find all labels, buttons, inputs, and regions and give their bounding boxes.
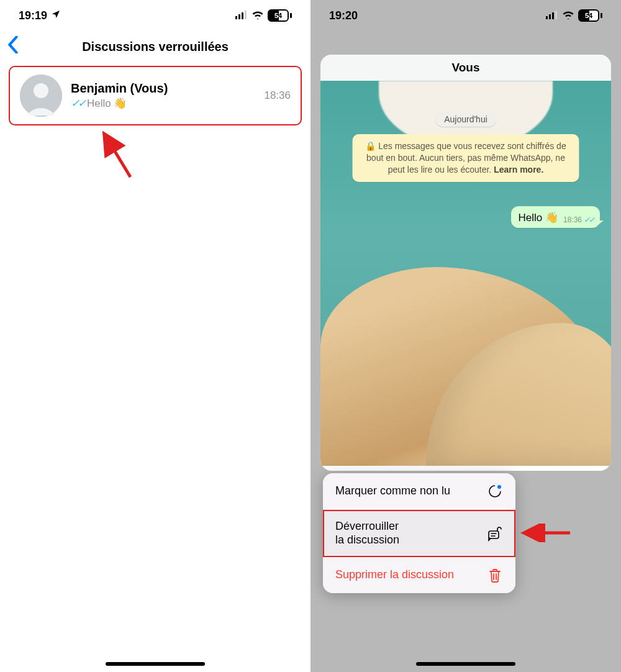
context-menu: Marquer comme non lu Déverrouiller la di… — [323, 473, 515, 593]
menu-label-line1: Déverrouiller — [335, 520, 399, 532]
annotation-arrow-icon — [93, 127, 143, 183]
encryption-learn-more[interactable]: Learn more. — [494, 165, 543, 175]
cellular-icon — [546, 9, 558, 22]
svg-rect-0 — [235, 16, 237, 19]
menu-delete-chat[interactable]: Supprimer la discussion — [323, 557, 515, 593]
message-time: 18:36 — [563, 216, 582, 224]
svg-rect-3 — [245, 11, 247, 19]
page-title: Discussions verrouillées — [82, 40, 229, 54]
menu-label-line2: la discussion — [335, 534, 399, 546]
battery-icon: 54 — [268, 9, 289, 22]
menu-label: Marquer comme non lu — [335, 484, 450, 498]
status-time: 19:20 — [329, 9, 358, 22]
battery-level: 54 — [274, 12, 282, 19]
status-bar: 19:20 54 — [310, 0, 621, 31]
chat-time: 18:36 — [264, 89, 291, 102]
svg-line-6 — [106, 136, 130, 177]
menu-unlock-chat[interactable]: Déverrouiller la discussion — [323, 510, 515, 557]
svg-point-5 — [34, 83, 48, 98]
status-bar: 19:19 54 — [0, 0, 310, 31]
wifi-icon — [562, 9, 574, 22]
unlock-chat-icon — [487, 525, 503, 542]
chat-preview: ✓✓ Hello 👋 — [71, 97, 255, 110]
avatar — [20, 75, 62, 117]
chat-preview-text: Hello 👋 — [87, 97, 127, 110]
chat-title: Vous — [320, 55, 611, 81]
date-pill: Aujourd'hui — [435, 112, 496, 127]
svg-rect-2 — [242, 12, 243, 19]
chat-name: Benjamin (Vous) — [71, 81, 255, 96]
chat-list-item[interactable]: Benjamin (Vous) ✓✓ Hello 👋 18:36 — [9, 66, 302, 125]
wifi-icon — [252, 9, 264, 22]
right-screenshot: 19:20 54 Vous Aujourd'hui 🔒 Les — [310, 0, 621, 672]
svg-rect-10 — [555, 11, 557, 19]
svg-rect-12 — [489, 531, 499, 538]
annotation-arrow-icon — [520, 524, 576, 542]
left-screenshot: 19:19 54 Discussions verrouillées — [0, 0, 310, 672]
location-icon — [51, 9, 61, 22]
svg-rect-9 — [552, 12, 554, 19]
cellular-icon — [235, 9, 248, 22]
menu-label: Supprimer la discussion — [335, 568, 454, 582]
battery-icon: 54 — [578, 9, 599, 22]
read-receipt-icon: ✓✓ — [71, 97, 84, 110]
lock-icon: 🔒 — [365, 141, 376, 151]
read-receipt-icon: ✓✓ — [584, 216, 594, 224]
chat-preview-card[interactable]: Vous Aujourd'hui 🔒 Les messages que vous… — [320, 55, 611, 471]
encryption-notice: 🔒 Les messages que vous recevez sont chi… — [352, 134, 579, 182]
svg-point-11 — [497, 485, 501, 489]
svg-rect-7 — [546, 16, 548, 19]
svg-rect-8 — [549, 14, 551, 19]
nav-header: Discussions verrouillées — [0, 31, 310, 62]
home-indicator — [106, 662, 205, 666]
home-indicator — [416, 662, 515, 666]
menu-label: Déverrouiller la discussion — [335, 520, 399, 547]
status-time: 19:19 — [19, 9, 47, 22]
unread-icon — [487, 483, 503, 499]
back-icon[interactable] — [7, 36, 19, 58]
chat-background: Aujourd'hui 🔒 Les messages que vous rece… — [320, 81, 611, 466]
message-bubble[interactable]: Hello 👋 18:36 ✓✓ — [511, 206, 601, 228]
svg-rect-1 — [238, 14, 240, 19]
message-text: Hello 👋 — [519, 211, 558, 224]
battery-level: 54 — [585, 12, 592, 19]
menu-mark-unread[interactable]: Marquer comme non lu — [323, 473, 515, 510]
trash-icon — [487, 567, 503, 583]
